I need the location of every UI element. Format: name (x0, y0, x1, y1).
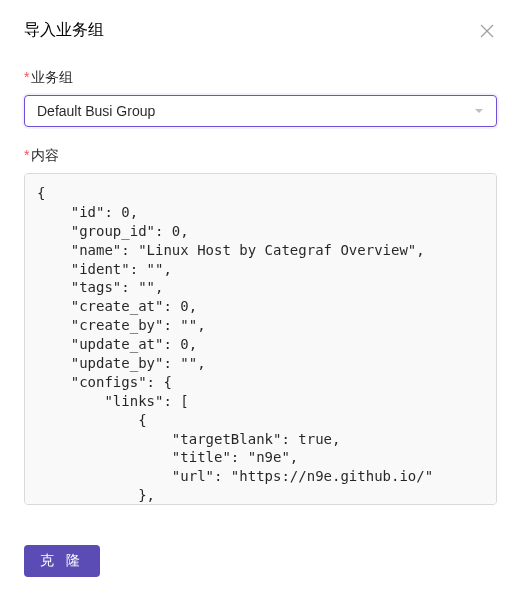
business-group-select[interactable]: Default Busi Group (24, 95, 497, 127)
content-label: *内容 (24, 147, 497, 165)
modal-title: 导入业务组 (24, 20, 104, 41)
close-icon (480, 24, 494, 38)
chevron-down-icon (474, 102, 484, 120)
clone-button[interactable]: 克 隆 (24, 545, 100, 577)
import-modal: 导入业务组 *业务组 Default Busi Group *内容 (0, 0, 521, 601)
required-mark: * (24, 147, 29, 163)
select-value: Default Busi Group (37, 103, 155, 119)
required-mark: * (24, 69, 29, 85)
business-group-label: *业务组 (24, 69, 497, 87)
close-button[interactable] (477, 21, 497, 41)
business-group-field: *业务组 Default Busi Group (24, 69, 497, 127)
modal-header: 导入业务组 (24, 20, 497, 41)
content-field: *内容 (24, 147, 497, 509)
content-textarea[interactable] (24, 173, 497, 505)
